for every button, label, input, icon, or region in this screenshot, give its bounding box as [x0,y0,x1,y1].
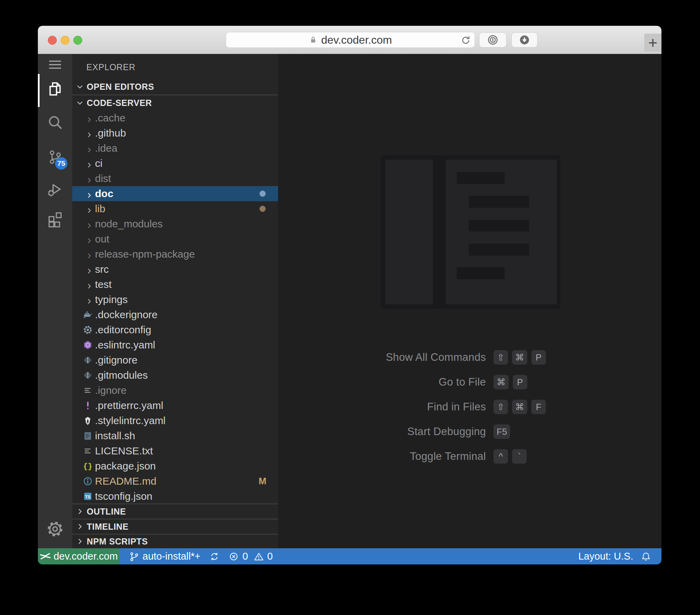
tree-item-label: .cache [95,112,125,124]
tree-item-label: .stylelintrc.yaml [95,415,166,427]
tree-item-label: lib [95,203,105,215]
tree-item-.eslintrc.yaml[interactable]: .eslintrc.yaml [72,337,278,353]
tree-item-label: ci [95,158,103,169]
branch-icon [129,551,139,562]
keyboard-layout-status[interactable]: Layout: U.S. [578,551,633,562]
info-icon [83,476,93,486]
shell-icon [83,431,93,441]
activity-bar: 75 [38,54,72,548]
git-branch-status[interactable]: auto-install*+ [129,551,200,562]
browser-titlebar: dev.coder.com + [38,26,661,54]
shortcut-keys: ⇧⌘F [494,400,546,414]
gear-icon [46,520,64,538]
tree-item-node_modules[interactable]: node_modules [72,216,278,231]
tree-item-.stylelintrc.yaml[interactable]: .stylelintrc.yaml [72,413,278,428]
sidebar-title: EXPLORER [86,62,136,72]
tree-item-install.sh[interactable]: install.sh [72,428,278,443]
problems-status[interactable]: 0 0 [229,551,273,562]
section-open-editors[interactable]: OPEN EDITORS [72,79,278,95]
tree-item-label: out [95,233,109,245]
eslint-icon [83,340,93,350]
chevron-right-icon [85,266,93,273]
tree-item-label: .idea [95,142,117,154]
section-timeline[interactable]: TIMELINE [72,519,278,534]
tree-item-.gitignore[interactable]: .gitignore [72,353,278,368]
tree-item-.ignore[interactable]: .ignore [72,383,278,398]
activitybar-source-control[interactable]: 75 [38,148,72,167]
ts-icon: TS [83,491,93,501]
modified-dot-indicator [259,206,266,212]
remote-indicator[interactable]: >< dev.coder.com [38,548,120,564]
bell-icon[interactable] [641,551,651,562]
tree-item-label: LICENSE.txt [95,445,153,457]
search-icon [46,114,64,132]
tree-item-.cache[interactable]: .cache [72,110,278,126]
minimize-window-button[interactable] [61,36,70,45]
prettier-icon [83,400,93,411]
close-window-button[interactable] [48,36,57,45]
keycap: P [531,350,546,365]
tree-item-src[interactable]: src [72,262,278,277]
tree-item-doc[interactable]: doc [72,186,278,201]
tree-item-.idea[interactable]: .idea [72,141,278,156]
shortcut-row: Toggle Terminal^` [292,448,546,465]
tree-item-package.json[interactable]: {}package.json [72,458,278,474]
tree-item-label: test [95,279,112,290]
shortcut-label: Start Debugging [292,425,486,438]
activitybar-explorer[interactable] [38,80,72,99]
section-npm-scripts[interactable]: NPM SCRIPTS [72,534,278,548]
sync-status[interactable] [209,551,220,562]
stylelint-icon [83,416,93,426]
git-icon [83,370,93,380]
error-count: 0 [242,551,248,562]
tree-item-test[interactable]: test [72,277,278,292]
files-icon [46,80,64,98]
section-label: NPM SCRIPTS [87,537,148,547]
branch-label: auto-install*+ [142,551,200,562]
activitybar-extensions[interactable] [38,209,72,229]
tree-item-LICENSE.txt[interactable]: LICENSE.txt [72,443,278,458]
tree-item-.github[interactable]: .github [72,126,278,141]
keycap: F [531,400,546,414]
tree-item-.gitmodules[interactable]: .gitmodules [72,368,278,383]
tree-item-label: .eslintrc.yaml [95,339,155,351]
tree-item-label: .gitmodules [95,369,148,381]
tree-item-dist[interactable]: dist [72,171,278,186]
chevron-right-icon [76,522,84,531]
chevron-right-icon [76,507,84,516]
chevron-right-icon [85,175,93,182]
tree-item-README.md[interactable]: README.mdM [72,474,278,489]
tree-item-tsconfig.json[interactable]: TStsconfig.json [72,489,278,504]
new-tab-button[interactable]: + [644,34,661,52]
activitybar-run-debug[interactable] [38,180,72,199]
tree-item-release-npm-package[interactable]: release-npm-package [72,247,278,262]
downloads-button[interactable] [511,32,538,47]
menu-icon [46,56,64,74]
tree-item-ci[interactable]: ci [72,156,278,171]
section-code-server[interactable]: CODE-SERVER [72,95,278,110]
svg-text:{}: {} [83,462,92,471]
address-bar[interactable]: dev.coder.com [226,32,475,48]
tree-item-label: typings [95,294,128,305]
reload-icon[interactable] [460,35,470,45]
shortcut-keys: ⇧⌘P [494,350,546,365]
zoom-window-button[interactable] [73,36,82,45]
password-manager-button[interactable] [479,32,507,47]
tree-item-typings[interactable]: typings [72,292,278,307]
section-outline[interactable]: OUTLINE [72,504,278,519]
tree-item-out[interactable]: out [72,231,278,247]
tree-item-.dockerignore[interactable]: .dockerignore [72,307,278,322]
keyboard-shortcuts-list: Show All Commands⇧⌘PGo to File⌘PFind in … [292,349,546,473]
tree-item-label: .gitignore [95,354,137,366]
tree-item-label: dist [95,173,111,184]
tree-item-lib[interactable]: lib [72,201,278,216]
activitybar-search[interactable] [38,113,72,132]
editorconfig-gear-icon [83,325,93,335]
chevron-right-icon [85,296,93,303]
downloads-icon [519,34,530,46]
activitybar-settings[interactable] [38,519,72,539]
tree-item-.prettierrc.yaml[interactable]: .prettierrc.yaml [72,398,278,413]
shortcut-row: Go to File⌘P [292,374,546,390]
activitybar-menu[interactable] [38,55,72,74]
tree-item-.editorconfig[interactable]: .editorconfig [72,322,278,337]
